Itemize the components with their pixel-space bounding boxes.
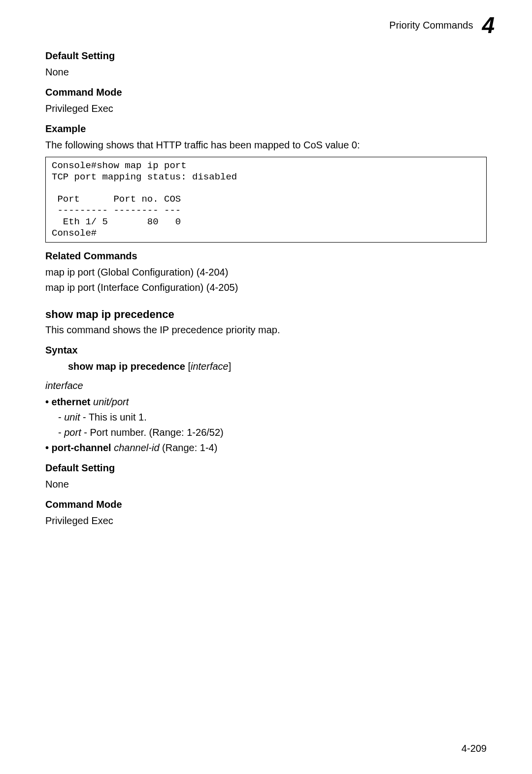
related-commands-heading: Related Commands [45, 249, 487, 263]
syntax-option-port-channel: port-channel channel-id (Range: 1-4) [45, 441, 487, 455]
ethernet-unit-line: unit - This is unit 1. [58, 411, 487, 424]
port-channel-param: channel-id [114, 442, 159, 453]
unit-ital: unit [64, 412, 80, 422]
header-section-title: Priority Commands [389, 19, 473, 32]
syntax-options-list: ethernet unit/port unit - This is unit 1… [45, 395, 487, 455]
default-setting-body-2: None [45, 478, 487, 491]
syntax-command-bold: show map ip precedence [68, 361, 185, 372]
page-header: Priority Commands 4 [389, 14, 494, 36]
syntax-option-ethernet: ethernet unit/port unit - This is unit 1… [45, 395, 487, 439]
example-heading: Example [45, 122, 487, 136]
unit-desc: - This is unit 1. [80, 412, 146, 422]
default-setting-body-1: None [45, 66, 487, 79]
default-setting-heading-2: Default Setting [45, 461, 487, 475]
syntax-param-ital: interface [191, 361, 229, 372]
example-intro-text: The following shows that HTTP traffic ha… [45, 139, 487, 152]
page-content: Default Setting None Command Mode Privil… [45, 49, 487, 528]
command-name-heading: show map ip precedence [45, 307, 487, 322]
related-command-1: map ip port (Global Configuration) (4-20… [45, 266, 487, 279]
port-channel-keyword: port-channel [52, 442, 111, 453]
syntax-line: show map ip precedence [interface] [68, 360, 487, 373]
command-description: This command shows the IP precedence pri… [45, 323, 487, 337]
port-ital: port [64, 427, 81, 438]
ethernet-sub-list: unit - This is unit 1. port - Port numbe… [58, 411, 487, 439]
page: Priority Commands 4 Default Setting None… [0, 0, 532, 774]
command-mode-body-2: Privileged Exec [45, 514, 487, 528]
port-channel-range: (Range: 1-4) [162, 442, 217, 453]
command-mode-heading-2: Command Mode [45, 498, 487, 511]
header-chapter-number: 4 [482, 14, 494, 36]
syntax-heading: Syntax [45, 344, 487, 357]
ethernet-port-line: port - Port number. (Range: 1-26/52) [58, 426, 487, 439]
example-code-box: Console#show map ip port TCP port mappin… [45, 157, 487, 243]
ethernet-param: unit/port [93, 396, 129, 407]
page-number: 4-209 [462, 742, 487, 755]
interface-subhead: interface [45, 379, 487, 392]
command-mode-body-1: Privileged Exec [45, 102, 487, 115]
port-desc: - Port number. (Range: 1-26/52) [81, 427, 224, 438]
command-mode-heading-1: Command Mode [45, 86, 487, 99]
ethernet-keyword: ethernet [52, 396, 91, 407]
default-setting-heading-1: Default Setting [45, 49, 487, 63]
related-command-2: map ip port (Interface Configuration) (4… [45, 281, 487, 294]
